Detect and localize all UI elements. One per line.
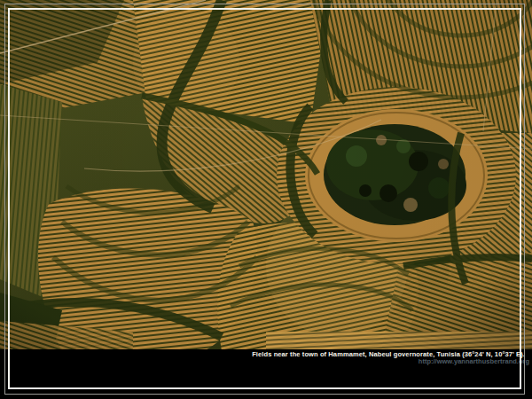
wallpaper-canvas: Fields near the town of Hammamet, Nabeul…	[0, 0, 532, 399]
aerial-photo-hammamet	[0, 0, 532, 351]
caption-bar: Fields near the town of Hammamet, Nabeul…	[0, 349, 532, 399]
photo-caption-url: http://www.yannarthusbertrand.org	[0, 358, 532, 365]
aerial-photo-illustration	[0, 0, 532, 351]
